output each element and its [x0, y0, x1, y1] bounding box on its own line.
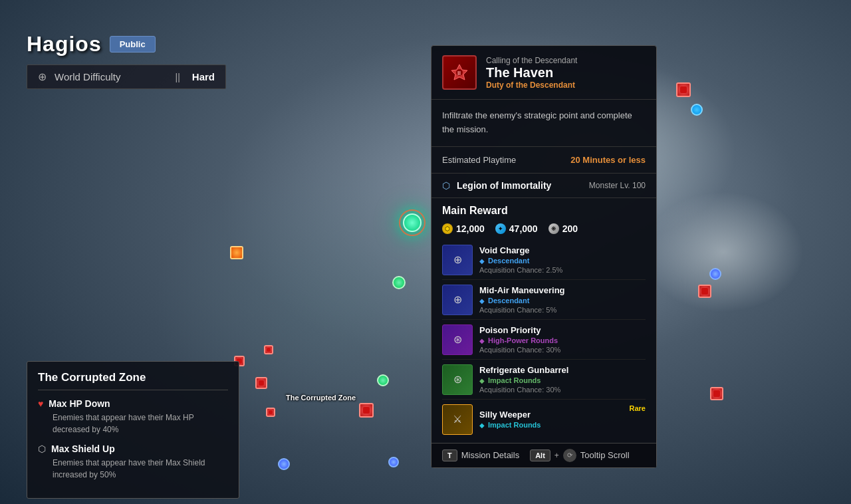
type-dot-icon-4: ◆	[479, 422, 485, 429]
top-left-panel: Hagios Public ⊕ World Difficulty || Hard	[27, 32, 226, 89]
mission-details-key: T	[442, 449, 457, 461]
reward-item-1: ⊕Mid-Air Maneuvering◆DescendantAcquisiti…	[442, 281, 646, 320]
reward-item-info-0: Void Charge◆DescendantAcquisition Chance…	[479, 245, 646, 274]
reward-item-4: ⚔Silly Weeper◆Impact RoundsRare	[442, 400, 646, 439]
map-marker-8[interactable]	[266, 408, 275, 417]
exp-icon: ✦	[495, 223, 506, 234]
map-marker-9[interactable]	[388, 457, 399, 467]
reward-item-chance-0: Acquisition Chance: 2.5%	[479, 266, 646, 274]
location-title: Hagios	[27, 32, 102, 57]
reward-item-type-row-0: ◆Descendant	[479, 257, 646, 265]
zone-effect-title-0: ♥ Max HP Down	[38, 398, 228, 409]
map-marker-12[interactable]	[691, 104, 703, 116]
type-dot-icon-2: ◆	[479, 337, 485, 344]
map-marker-4[interactable]	[255, 377, 267, 389]
type-dot-icon-1: ◆	[479, 297, 485, 305]
difficulty-row: ⊕ World Difficulty || Hard	[27, 64, 226, 89]
mission-subtitle: Duty of the Descendant	[486, 80, 577, 90]
tooltip-scroll-icon: ⟳	[563, 449, 576, 462]
plus-icon: +	[554, 451, 559, 460]
playtime-label: Estimated Playtime	[442, 155, 516, 165]
main-panel: II Calling of the Descendant The Haven D…	[431, 45, 657, 468]
svg-text:II: II	[457, 70, 461, 76]
reward-item-name-3: Refrigerate Gunbarrel	[479, 365, 646, 375]
panel-header: II Calling of the Descendant The Haven D…	[431, 46, 656, 100]
type-dot-icon-0: ◆	[479, 257, 485, 265]
reward-item-type-2: High-Power Rounds	[488, 336, 558, 344]
difficulty-label: World Difficulty	[55, 71, 168, 82]
zone-effect-title-1: ⬡ Max Shield Up	[38, 443, 228, 454]
zone-effect-1: ⬡ Max Shield Up Enemies that appear have…	[38, 443, 228, 481]
zone-effect-desc-0: Enemies that appear have their Max HP de…	[38, 412, 228, 436]
zone-name: The Corrupted Zone	[38, 371, 228, 390]
reward-item-icon-1: ⊕	[442, 285, 473, 315]
public-badge-button[interactable]: Public	[110, 36, 156, 53]
zone-effect-name-0: Max HP Down	[49, 398, 110, 409]
reward-item-icon-4: ⚔	[442, 404, 473, 435]
reward-section-title: Main Reward	[442, 205, 646, 217]
medal-value: 200	[562, 223, 578, 234]
map-marker-15[interactable]	[710, 387, 723, 400]
map-marker-6[interactable]	[264, 345, 273, 354]
reward-item-icon-3: ⊛	[442, 364, 473, 395]
zone-effect-0: ♥ Max HP Down Enemies that appear have t…	[38, 398, 228, 436]
mission-description: Infiltrate the enemy's strategic point a…	[431, 100, 656, 147]
heart-icon: ♥	[38, 398, 43, 409]
difficulty-value: Hard	[192, 71, 215, 82]
reward-item-0: ⊕Void Charge◆DescendantAcquisition Chanc…	[442, 241, 646, 280]
reward-item-info-2: Poison Priority◆High-Power RoundsAcquisi…	[479, 325, 646, 354]
reward-item-chance-1: Acquisition Chance: 5%	[479, 306, 646, 314]
mission-details-button[interactable]: T Mission Details	[442, 449, 519, 461]
map-marker-1[interactable]	[392, 276, 406, 289]
reward-item-type-row-1: ◆Descendant	[479, 297, 646, 305]
reward-item-3: ⊛Refrigerate Gunbarrel◆Impact RoundsAcqu…	[442, 360, 646, 400]
reward-item-name-0: Void Charge	[479, 245, 646, 255]
reward-item-rare-4: Rare	[630, 404, 646, 412]
tooltip-scroll-button[interactable]: Alt + ⟳ Tooltip Scroll	[530, 449, 629, 462]
zone-effect-name-1: Max Shield Up	[51, 443, 115, 454]
exp-value: 47,000	[509, 223, 538, 234]
reward-items-list: ⊕Void Charge◆DescendantAcquisition Chanc…	[442, 241, 646, 439]
map-marker-7[interactable]	[230, 246, 243, 259]
zone-effect-desc-1: Enemies that appear have their Max Shiel…	[38, 457, 228, 481]
gold-value: 12,000	[456, 223, 485, 234]
reward-item-type-row-2: ◆High-Power Rounds	[479, 336, 646, 344]
reward-item-type-0: Descendant	[488, 257, 529, 265]
reward-item-name-2: Poison Priority	[479, 325, 646, 335]
reward-item-chance-2: Acquisition Chance: 30%	[479, 346, 646, 354]
map-marker-13[interactable]	[698, 285, 711, 298]
mission-details-label: Mission Details	[461, 450, 519, 460]
reward-item-name-4: Silly Weeper	[479, 410, 623, 420]
medal-icon: ❋	[548, 223, 559, 234]
reward-item-icon-0: ⊕	[442, 245, 473, 275]
tooltip-scroll-key: Alt	[530, 449, 550, 461]
legion-row: ⬡ Legion of Immortality Monster Lv. 100	[431, 174, 656, 198]
world-icon: ⊕	[38, 70, 47, 83]
map-marker-11[interactable]	[676, 82, 691, 97]
map-marker-0[interactable]	[403, 213, 422, 232]
map-marker-10[interactable]	[278, 458, 290, 470]
shield-icon: ⬡	[38, 443, 46, 454]
mission-title: The Haven	[486, 65, 577, 80]
gold-icon: ⬡	[442, 223, 453, 234]
map-marker-2[interactable]	[377, 374, 389, 386]
legion-icon: ⬡	[442, 180, 450, 191]
mission-icon: II	[442, 55, 477, 90]
map-marker-14[interactable]	[709, 268, 721, 280]
reward-item-type-4: Impact Rounds	[488, 421, 541, 429]
monster-level: Monster Lv. 100	[589, 181, 646, 190]
currency-gold: ⬡ 12,000	[442, 223, 485, 234]
type-dot-icon-3: ◆	[479, 377, 485, 384]
reward-item-info-1: Mid-Air Maneuvering◆DescendantAcquisitio…	[479, 285, 646, 314]
reward-item-type-row-3: ◆Impact Rounds	[479, 376, 646, 384]
map-marker-3[interactable]	[359, 403, 374, 418]
playtime-value: 20 Minutes or less	[570, 155, 646, 165]
reward-item-info-4: Silly Weeper◆Impact Rounds	[479, 410, 623, 429]
reward-currencies: ⬡ 12,000 ✦ 47,000 ❋ 200	[442, 223, 646, 234]
bottom-bar: T Mission Details Alt + ⟳ Tooltip Scroll	[431, 443, 656, 467]
calling-label: Calling of the Descendant	[486, 56, 577, 65]
panel-header-text: Calling of the Descendant The Haven Duty…	[486, 56, 577, 90]
zone-tooltip: The Corrupted Zone ♥ Max HP Down Enemies…	[27, 361, 239, 499]
reward-item-name-1: Mid-Air Maneuvering	[479, 285, 646, 295]
reward-item-type-1: Descendant	[488, 297, 529, 305]
